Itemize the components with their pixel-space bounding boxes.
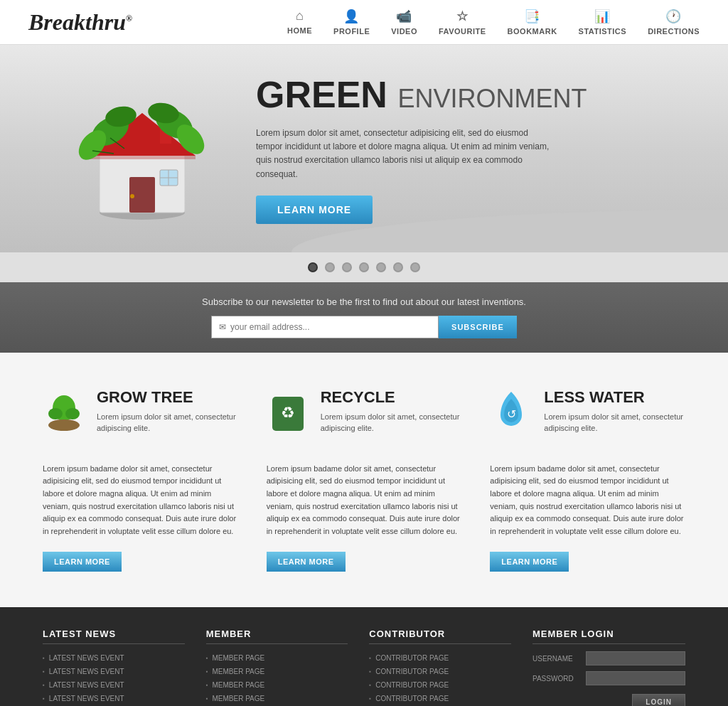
features-buttons-grid: LEARN MORE LEARN MORE LEARN MORE: [43, 552, 685, 572]
feature-grow-tree: GROW TREE Lorem ipsum dolor sit amet, co…: [43, 388, 238, 434]
footer: LATEST NEWS LATEST NEWS EVENT LATEST NEW…: [0, 607, 728, 706]
footer-login-heading: MEMBER LOGIN: [532, 629, 685, 644]
footer-latest-news-heading: LATEST NEWS: [43, 629, 185, 644]
nav-statistics[interactable]: 📊 STATISTICS: [579, 9, 627, 36]
username-label: USERNAME: [532, 655, 579, 663]
less-water-icon: ↺: [490, 388, 532, 431]
dot-7[interactable]: [410, 262, 420, 272]
statistics-icon: 📊: [594, 9, 611, 24]
grow-tree-icon: [43, 388, 85, 431]
contributor-item-1[interactable]: CONTRIBUTOR PAGE: [369, 651, 511, 665]
news-item-3[interactable]: LATEST NEWS EVENT: [43, 678, 185, 692]
footer-latest-news: LATEST NEWS LATEST NEWS EVENT LATEST NEW…: [43, 629, 185, 706]
feature-recycle-desc: Lorem ipsum badame dolor sit amet, conse…: [267, 463, 462, 538]
favourite-icon: ☆: [456, 9, 469, 24]
nav-home-label: HOME: [287, 26, 312, 35]
house-svg: [71, 74, 213, 223]
features-section: GROW TREE Lorem ipsum dolor sit amet, co…: [0, 353, 728, 608]
feature-less-water-text: LESS WATER Lorem ipsum dolor sit amet, c…: [544, 388, 685, 434]
email-input-wrap: ✉: [211, 316, 439, 338]
hero-title: GREEN ENVIRONMENT: [256, 73, 671, 116]
features-desc-grid: Lorem ipsum badame dolor sit amet, conse…: [43, 463, 685, 538]
email-icon: ✉: [219, 322, 226, 332]
subscribe-form: ✉ SUBSCRIBE: [14, 316, 714, 338]
logo-sup: ®: [126, 14, 132, 23]
nav-profile-label: PROFILE: [333, 27, 370, 36]
hero-body-text: Lorem ipsum dolor sit amet, consectetur …: [256, 127, 555, 181]
main-nav: ⌂ HOME 👤 PROFILE 📹 VIDEO ☆ FAVOURITE 📑 B…: [287, 9, 700, 36]
password-row: PASSWORD: [532, 671, 685, 685]
directions-icon: 🕐: [665, 9, 682, 24]
feature-less-water-short: Lorem ipsum dolor sit amet, consectetur …: [544, 411, 685, 434]
news-item-1[interactable]: LATEST NEWS EVENT: [43, 651, 185, 665]
header: Breakthru® ⌂ HOME 👤 PROFILE 📹 VIDEO ☆ FA…: [0, 0, 728, 45]
member-item-4[interactable]: MEMBER PAGE: [206, 692, 348, 705]
nav-home[interactable]: ⌂ HOME: [287, 9, 312, 36]
home-icon: ⌂: [296, 9, 304, 23]
news-item-2[interactable]: LATEST NEWS EVENT: [43, 665, 185, 678]
dot-4[interactable]: [359, 262, 369, 272]
subscribe-button[interactable]: SUBSCRIBE: [439, 316, 517, 338]
feature-grow-tree-title: GROW TREE: [97, 388, 238, 407]
hero-learn-more-button[interactable]: LEARN MORE: [256, 196, 373, 224]
login-button[interactable]: LOGIN: [632, 694, 685, 706]
feature-less-water: ↺ LESS WATER Lorem ipsum dolor sit amet,…: [490, 388, 685, 434]
less-water-learn-more-button[interactable]: LEARN MORE: [490, 552, 569, 572]
bookmark-icon: 📑: [524, 9, 540, 24]
recycle-learn-more-button[interactable]: LEARN MORE: [267, 552, 346, 572]
nav-bookmark-label: BOOKMARK: [508, 27, 557, 36]
password-label: PASSWORD: [532, 675, 579, 683]
dot-6[interactable]: [393, 262, 403, 272]
member-item-1[interactable]: MEMBER PAGE: [206, 651, 348, 665]
feature-grow-tree-text: GROW TREE Lorem ipsum dolor sit amet, co…: [97, 388, 238, 434]
feature-less-water-title: LESS WATER: [544, 388, 685, 407]
hero-title-light: ENVIRONMENT: [397, 84, 587, 113]
hero-illustration: [57, 74, 228, 223]
grow-tree-learn-more-button[interactable]: LEARN MORE: [43, 552, 122, 572]
nav-favourite[interactable]: ☆ FAVOURITE: [439, 9, 486, 36]
svg-point-23: [48, 419, 80, 431]
feature-grow-tree-desc: Lorem ipsum badame dolor sit amet, conse…: [43, 463, 238, 538]
nav-video[interactable]: 📹 VIDEO: [391, 9, 417, 36]
hero-content: GREEN ENVIRONMENT Lorem ipsum dolor sit …: [228, 73, 671, 224]
subscribe-section: Subscribe to our newsletter to be the fi…: [0, 282, 728, 353]
nav-video-label: VIDEO: [391, 27, 417, 36]
username-input[interactable]: [586, 651, 685, 665]
footer-contributor-heading: CONTRIBUTOR: [369, 629, 511, 644]
latest-news-list: LATEST NEWS EVENT LATEST NEWS EVENT LATE…: [43, 651, 185, 705]
svg-text:↺: ↺: [507, 408, 516, 420]
contributor-item-3[interactable]: CONTRIBUTOR PAGE: [369, 678, 511, 692]
news-item-4[interactable]: LATEST NEWS EVENT: [43, 692, 185, 705]
feature-recycle-text: RECYCLE Lorem ipsum dolor sit amet, cons…: [321, 388, 462, 434]
dot-5[interactable]: [376, 262, 386, 272]
svg-point-22: [65, 408, 80, 419]
member-list: MEMBER PAGE MEMBER PAGE MEMBER PAGE MEMB…: [206, 651, 348, 705]
nav-favourite-label: FAVOURITE: [439, 27, 486, 36]
nav-profile[interactable]: 👤 PROFILE: [333, 9, 370, 36]
contributor-item-2[interactable]: CONTRIBUTOR PAGE: [369, 665, 511, 678]
video-icon: 📹: [396, 9, 412, 24]
member-item-3[interactable]: MEMBER PAGE: [206, 678, 348, 692]
password-input[interactable]: [586, 671, 685, 685]
footer-contributor: CONTRIBUTOR CONTRIBUTOR PAGE CONTRIBUTOR…: [369, 629, 511, 706]
recycle-icon: ♻: [267, 388, 309, 431]
svg-point-21: [48, 408, 63, 419]
feature-recycle: ♻ RECYCLE Lorem ipsum dolor sit amet, co…: [267, 388, 462, 434]
subscribe-text: Subscribe to our newsletter to be the fi…: [14, 296, 714, 307]
dot-1[interactable]: [308, 262, 318, 272]
features-grid: GROW TREE Lorem ipsum dolor sit amet, co…: [43, 388, 685, 434]
email-input[interactable]: [230, 316, 431, 338]
nav-directions[interactable]: 🕐 DIRECTIONS: [648, 9, 700, 36]
slideshow-dots: [0, 252, 728, 282]
footer-member: MEMBER MEMBER PAGE MEMBER PAGE MEMBER PA…: [206, 629, 348, 706]
dot-3[interactable]: [342, 262, 352, 272]
footer-member-login: MEMBER LOGIN USERNAME PASSWORD LOGIN: [532, 629, 685, 706]
feature-less-water-desc: Lorem ipsum badame dolor sit amet, conse…: [490, 463, 685, 538]
contributor-item-4[interactable]: CONTRIBUTOR PAGE: [369, 692, 511, 705]
dot-2[interactable]: [325, 262, 335, 272]
username-row: USERNAME: [532, 651, 685, 665]
member-item-2[interactable]: MEMBER PAGE: [206, 665, 348, 678]
nav-bookmark[interactable]: 📑 BOOKMARK: [508, 9, 557, 36]
footer-member-heading: MEMBER: [206, 629, 348, 644]
profile-icon: 👤: [343, 9, 360, 24]
